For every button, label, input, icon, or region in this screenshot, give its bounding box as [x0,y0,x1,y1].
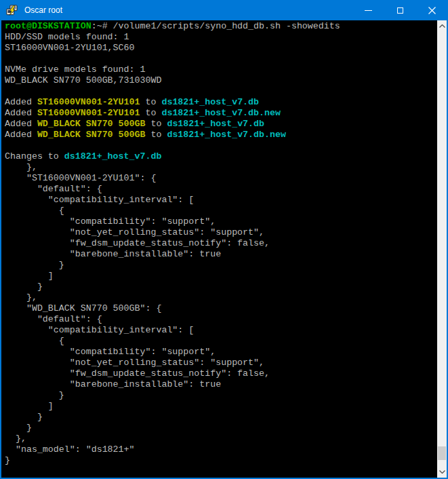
maximize-button[interactable] [384,0,416,20]
terminal-line: NVMe drive models found: 1 [5,64,437,75]
putty-window: Oscar root root@DISKSTATION:~# /volume1/… [0,0,448,479]
terminal-line: "ST16000VN001-2YU101": { [5,173,437,184]
window-title: Oscar root [24,0,352,20]
terminal-line: "barebone_installable": true [5,379,437,390]
terminal-line: ST16000VN001-2YU101,SC60 [5,43,437,54]
terminal-line: "compatibility_interval": [ [5,195,437,206]
terminal-line: Added ST16000VN001-2YU101 to ds1821+_hos… [5,108,437,119]
terminal-line: } [5,412,437,423]
chevron-down-icon [439,470,445,474]
close-button[interactable] [416,0,448,20]
terminal-line: } [5,390,437,401]
terminal-line [5,86,437,97]
minimize-icon [365,10,372,11]
terminal-line: Changes to ds1821+_host_v7.db [5,151,437,162]
terminal-scrollbar[interactable] [437,20,447,478]
terminal-line: Added WD_BLACK SN770 500GB to ds1821+_ho… [5,130,437,140]
terminal-line: "compatibility_interval": [ [5,325,437,336]
terminal-line: { [5,336,437,347]
terminal-line: "nas_model": "ds1821+" [5,444,437,455]
terminal-line: }, [5,292,437,303]
terminal-line: } [5,282,437,292]
minimize-button[interactable] [352,0,384,20]
terminal-line: ] [5,401,437,412]
terminal-line [5,140,437,151]
terminal-line: root@DISKSTATION:~# /volume1/scripts/syn… [5,21,437,32]
terminal-line: "default": { [5,184,437,195]
terminal-line [5,54,437,64]
terminal-line: "compatibility": "support", [5,216,437,227]
terminal-line: }, [5,434,437,444]
chevron-up-icon [439,24,445,28]
terminal-line: "fw_dsm_update_status_notify": false, [5,368,437,379]
scroll-up-button[interactable] [437,20,447,32]
terminal-line: } [5,260,437,271]
terminal-line: "fw_dsm_update_status_notify": false, [5,238,437,249]
scroll-down-button[interactable] [437,466,447,478]
terminal-screen: root@DISKSTATION:~# /volume1/scripts/syn… [1,20,437,478]
close-icon [428,7,436,14]
putty-terminal-icon [6,5,18,16]
terminal-line: Added WD_BLACK SN770 500GB to ds1821+_ho… [5,119,437,130]
terminal-line: HDD/SSD models found: 1 [5,32,437,43]
terminal-line: "default": { [5,314,437,325]
terminal-line: } [5,455,437,466]
terminal-line: }, [5,162,437,173]
terminal-line: "compatibility": "support", [5,347,437,358]
terminal-line: "not_yet_rolling_status": "support", [5,358,437,368]
terminal-line: { [5,206,437,216]
terminal-line: Added ST16000VN001-2YU101 to ds1821+_hos… [5,97,437,108]
terminal-output: root@DISKSTATION:~# /volume1/scripts/syn… [5,21,437,466]
maximize-icon [397,7,403,14]
terminal-line: } [5,423,437,434]
terminal-line: "barebone_installable": true [5,249,437,260]
terminal-line: WD_BLACK SN770 500GB,731030WD [5,75,437,86]
terminal-line: ] [5,271,437,282]
title-bar[interactable]: Oscar root [0,0,448,20]
terminal-line: "WD_BLACK SN770 500GB": { [5,303,437,314]
terminal-line: "not_yet_rolling_status": "support", [5,227,437,238]
scrollbar-thumb[interactable] [438,446,446,460]
